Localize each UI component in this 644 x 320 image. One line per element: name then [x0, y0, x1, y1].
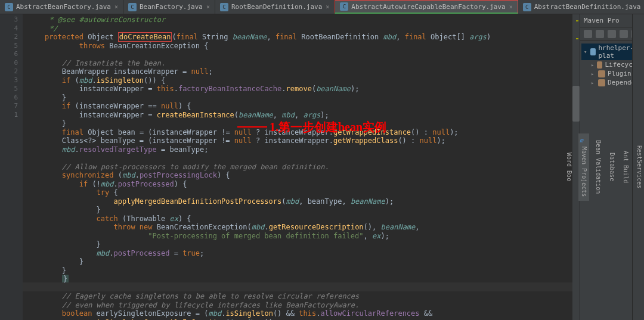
module-icon	[590, 48, 596, 55]
code-editor[interactable]: * @see #autowireConstructor */ protected…	[23, 14, 580, 320]
edge-restservices[interactable]: RestServices	[635, 142, 644, 192]
chevron-right-icon: ▸	[591, 80, 596, 86]
edge-mavenprojects[interactable]: mMaven Projects	[578, 133, 589, 200]
refresh-icon[interactable]	[584, 30, 592, 38]
main-area: 34 2 5 6 023 567 1 * @see #autowireConst…	[0, 14, 644, 320]
add-icon[interactable]	[596, 30, 604, 38]
folder-icon	[597, 61, 602, 69]
download-icon[interactable]	[620, 30, 628, 38]
close-icon[interactable]: ×	[114, 4, 118, 10]
tab-abstractbeanfactory[interactable]: CAbstractBeanFactory.java×	[0, 0, 123, 14]
scrollbar-thumb[interactable]	[572, 86, 580, 122]
edge-database[interactable]: Database	[608, 149, 617, 185]
chevron-down-icon: ▾	[584, 49, 588, 55]
java-class-icon: C	[340, 2, 348, 11]
current-line-highlight	[23, 282, 580, 291]
edge-antbuild[interactable]: Ant Build	[621, 147, 630, 187]
edge-wordbook[interactable]: Word Boo	[565, 149, 574, 185]
panel-title: Maven Pro	[584, 17, 620, 24]
folder-icon	[598, 70, 605, 77]
close-icon[interactable]: ×	[509, 4, 513, 10]
close-icon[interactable]: ×	[206, 4, 210, 10]
close-icon[interactable]: ×	[326, 4, 329, 10]
maven-icon: m	[580, 137, 588, 145]
tab-abstractautowire[interactable]: CAbstractAutowireCapableBeanFactory.java…	[335, 0, 518, 14]
tab-rootbeandefinition[interactable]: CRootBeanDefinition.java×	[215, 0, 335, 14]
tab-beanfactory[interactable]: CBeanFactory.java×	[123, 0, 215, 14]
line-gutter[interactable]: 34 2 5 6 023 567 1	[0, 14, 23, 320]
edge-beanvalidation[interactable]: Bean Validation	[594, 136, 603, 197]
java-class-icon: C	[220, 3, 228, 11]
chevron-right-icon: ▸	[591, 71, 596, 77]
tool-window-bar: RestServices Ant Build Database Bean Val…	[632, 14, 644, 320]
java-class-icon: C	[128, 3, 137, 11]
chevron-right-icon: ▸	[591, 62, 595, 68]
java-class-icon: C	[5, 3, 13, 11]
java-class-icon: C	[523, 3, 531, 11]
run-icon[interactable]	[608, 30, 616, 38]
tab-abstractbeandefinition[interactable]: CAbstractBeanDefinition.java×	[518, 0, 644, 14]
folder-icon	[598, 79, 605, 86]
editor-tabs: CAbstractBeanFactory.java× CBeanFactory.…	[0, 0, 644, 14]
